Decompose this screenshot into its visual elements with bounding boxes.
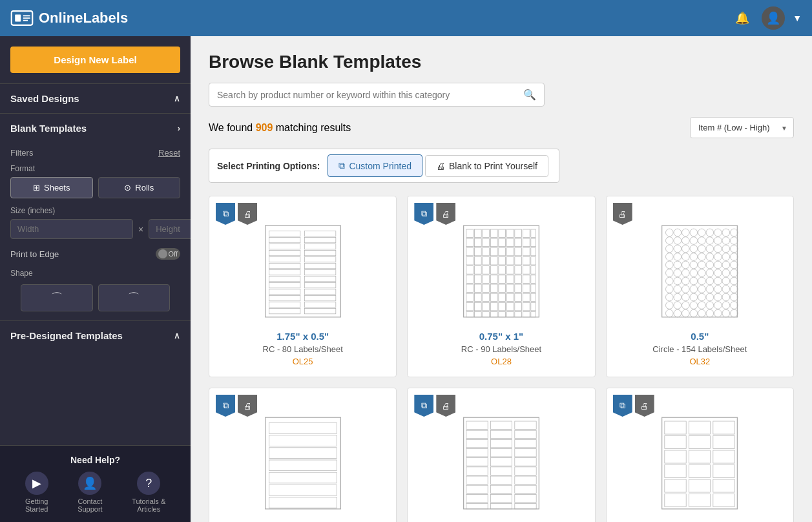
print-badge: 🖨 — [238, 203, 257, 225]
logo-text: OnlineLabels — [39, 10, 128, 26]
product-image-ol875 — [251, 412, 355, 515]
results-text: We found 909 matching results — [209, 122, 351, 134]
width-input[interactable] — [10, 219, 133, 239]
svg-rect-1 — [15, 15, 21, 22]
notifications-button[interactable]: 🔔 — [731, 6, 754, 30]
size-filter: Size (inches) × — [0, 202, 191, 243]
print-options-bar: Select Printing Options: ⧉ Custom Printe… — [209, 149, 559, 183]
layers-badge-ol150: ⧉ — [414, 395, 433, 417]
custom-printed-label: Custom Printed — [349, 161, 411, 171]
svg-rect-223 — [265, 417, 340, 509]
pre-designed-section: Pre-Designed Templates ∧ — [0, 320, 191, 350]
product-card-ol28[interactable]: ⧉ 🖨 — [407, 196, 595, 377]
sheets-label: Sheets — [44, 183, 70, 193]
sheets-button[interactable]: ⊞ Sheets — [10, 177, 93, 198]
logo-icon — [10, 6, 34, 30]
header-right: 🔔 👤 ▼ — [731, 6, 802, 30]
format-filter: Format ⊞ Sheets ⊙ Rolls — [0, 160, 191, 202]
filters-row: Filters Reset — [0, 143, 191, 160]
product-id-ol32: OL32 — [617, 357, 783, 366]
label-preview-ol28 — [453, 223, 550, 320]
layers-badge-ol875: ⧉ — [216, 395, 235, 417]
print-badge-ol875: 🖨 — [238, 395, 257, 417]
size-label: Size (inches) — [10, 206, 180, 215]
blank-to-print-button[interactable]: 🖨 Blank to Print Yourself — [425, 155, 548, 177]
account-chevron-icon[interactable]: ▼ — [793, 13, 802, 23]
results-suffix: matching results — [273, 122, 351, 133]
results-count: 909 — [256, 122, 273, 133]
product-image-ol25 — [251, 220, 355, 323]
shape-label: Shape — [10, 269, 180, 278]
custom-printed-button[interactable]: ⧉ Custom Printed — [328, 154, 422, 177]
rolls-icon: ⊙ — [124, 183, 131, 193]
saved-designs-chevron-icon: ∧ — [174, 94, 180, 103]
toggle-dot — [158, 249, 167, 258]
blank-to-print-label: Blank to Print Yourself — [449, 161, 537, 171]
product-size-ol28: 0.75" x 1" — [418, 331, 584, 342]
label-preview-ol32 — [651, 223, 748, 320]
svg-rect-32 — [464, 225, 539, 317]
print-badge-ol28: 🖨 — [436, 203, 455, 225]
product-image-ol28 — [450, 220, 553, 323]
blank-templates-chevron-icon: › — [178, 123, 180, 133]
product-desc-ol32: Circle - 154 Labels/Sheet — [617, 344, 783, 354]
getting-started-icon: ▶ — [25, 472, 48, 495]
product-size-ol25: 1.75" x 0.5" — [220, 331, 386, 342]
getting-started-link[interactable]: ▶ GettingStarted — [25, 472, 48, 513]
pre-designed-label: Pre-Designed Templates — [10, 330, 123, 341]
rolls-button[interactable]: ⊙ Rolls — [98, 177, 181, 198]
product-card-ol150[interactable]: ⧉ 🖨 — [407, 388, 595, 522]
avatar[interactable]: 👤 — [762, 6, 785, 30]
search-icon[interactable]: 🔍 — [523, 89, 536, 101]
label-preview-ol150 — [453, 415, 550, 512]
product-card-ol25[interactable]: ⧉ 🖨 — [209, 196, 397, 377]
filters-label: Filters — [10, 148, 33, 158]
pre-designed-header[interactable]: Pre-Designed Templates ∧ — [0, 321, 191, 350]
print-badge-ol32: 🖨 — [613, 203, 632, 225]
format-label: Format — [10, 164, 180, 173]
contact-support-icon: 👤 — [78, 472, 101, 495]
product-card-ol875[interactable]: ⧉ 🖨 — [209, 388, 397, 522]
shape-round-icon: ⌒ — [51, 290, 63, 306]
product-card-ol32[interactable]: 🖨 — [606, 196, 794, 377]
card-badges: ⧉ 🖨 — [216, 203, 257, 225]
shape-rect-button[interactable]: ⌒ — [98, 284, 171, 311]
card-badges-ol32: 🖨 — [613, 203, 632, 225]
print-to-edge-toggle[interactable]: Off — [156, 248, 180, 260]
svg-rect-5 — [265, 225, 340, 317]
sort-select[interactable]: Item # (Low - High) Item # (High - Low) … — [690, 117, 794, 138]
layers-badge: ⧉ — [216, 203, 235, 225]
size-row: × — [10, 219, 180, 239]
product-grid: ⧉ 🖨 — [209, 196, 794, 522]
main-layout: Design New Label Saved Designs ∧ Blank T… — [0, 36, 812, 522]
blank-to-print-icon: 🖨 — [436, 161, 445, 171]
format-buttons: ⊞ Sheets ⊙ Rolls — [10, 177, 180, 198]
sidebar: Design New Label Saved Designs ∧ Blank T… — [0, 36, 191, 522]
contact-support-link[interactable]: 👤 ContactSupport — [78, 472, 103, 513]
logo: OnlineLabels — [10, 6, 128, 30]
results-row: We found 909 matching results Item # (Lo… — [209, 117, 794, 138]
label-preview-ol225 — [651, 415, 748, 512]
product-card-ol225[interactable]: ⧉ 🖨 — [606, 388, 794, 522]
search-input[interactable] — [217, 90, 523, 100]
product-image-ol150 — [450, 412, 553, 515]
contact-support-label: ContactSupport — [78, 497, 103, 513]
help-icons: ▶ GettingStarted 👤 ContactSupport ? Tuto… — [10, 472, 180, 513]
product-id-ol28: OL28 — [418, 357, 584, 366]
sheets-icon: ⊞ — [33, 183, 40, 193]
blank-templates-section: Blank Templates › Filters Reset Format ⊞… — [0, 113, 191, 320]
bell-icon: 🔔 — [735, 11, 749, 25]
blank-templates-header[interactable]: Blank Templates › — [0, 114, 191, 143]
product-image-ol32 — [648, 220, 751, 323]
shape-round-button[interactable]: ⌒ — [21, 284, 93, 311]
results-prefix: We found — [209, 122, 256, 133]
need-help-title: Need Help? — [10, 455, 180, 465]
product-id-ol25: OL25 — [220, 357, 386, 366]
card-badges-ol28: ⧉ 🖨 — [414, 203, 455, 225]
reset-button[interactable]: Reset — [158, 148, 180, 158]
height-input[interactable] — [149, 219, 191, 239]
design-new-label-button[interactable]: Design New Label — [10, 47, 180, 73]
tutorials-link[interactable]: ? Tutorials &Articles — [132, 472, 165, 513]
saved-designs-header[interactable]: Saved Designs ∧ — [0, 84, 191, 113]
print-to-edge-label: Print to Edge — [10, 249, 59, 259]
